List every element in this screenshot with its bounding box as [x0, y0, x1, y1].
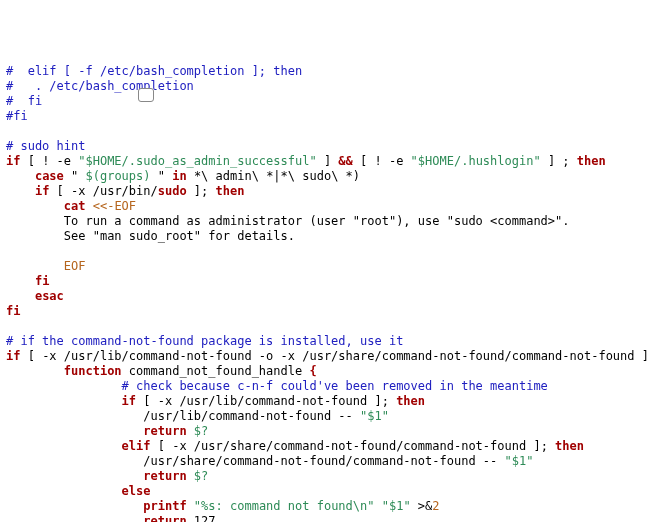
fmt-string: "%s: command not found\n"	[187, 499, 382, 513]
text-cursor-icon	[138, 88, 154, 102]
code-text: [ -x /usr/lib/command-not-found ];	[136, 394, 396, 408]
kw-if: if	[122, 394, 136, 408]
kw-esac: esac	[35, 289, 64, 303]
heredoc-text: To run a command as administrator (user …	[64, 214, 570, 228]
exit-status: $?	[187, 424, 209, 438]
kw-if: if	[6, 154, 20, 168]
code-text: *\ admin\ *|*\ sudo\ *)	[187, 169, 360, 183]
heredoc-text: See "man sudo_root" for details.	[64, 229, 295, 243]
fn-name: command_not_found_handle	[122, 364, 310, 378]
code-text: ];	[187, 184, 216, 198]
redir: >&	[411, 499, 433, 513]
exit-code: 127	[187, 514, 216, 522]
kw-if: if	[35, 184, 49, 198]
code-text: ]	[317, 154, 339, 168]
kw-return: return	[143, 514, 186, 522]
cmd-sudo: sudo	[158, 184, 187, 198]
comment: # check because c-n-f could've been remo…	[122, 379, 548, 393]
code-block: # elif [ -f /etc/bash_completion ]; then…	[6, 64, 645, 522]
comment: # fi	[6, 94, 42, 108]
cmd-printf: printf	[143, 499, 186, 513]
kw-then: then	[396, 394, 425, 408]
code-text: [ -x /usr/bin/	[49, 184, 157, 198]
brace-open: {	[309, 364, 316, 378]
var: "$1"	[360, 409, 389, 423]
kw-return: return	[143, 469, 186, 483]
var: "$HOME/.hushlogin"	[411, 154, 541, 168]
kw-return: return	[143, 424, 186, 438]
kw-fi: fi	[6, 304, 20, 318]
fd-num: 2	[432, 499, 439, 513]
var: "$HOME/.sudo_as_admin_successful"	[78, 154, 316, 168]
heredoc-end: EOF	[64, 259, 86, 273]
kw-case: case	[35, 169, 64, 183]
kw-fi: fi	[35, 274, 49, 288]
comment: #fi	[6, 109, 28, 123]
code-text: "	[64, 169, 86, 183]
exit-status: $?	[187, 469, 209, 483]
var: $(groups)	[86, 169, 151, 183]
code-text: /usr/share/command-not-found/command-not…	[143, 454, 504, 468]
comment: # elif [ -f /etc/bash_completion ]; then	[6, 64, 302, 78]
var: "$1"	[382, 499, 411, 513]
code-text: [ -x /usr/share/command-not-found/comman…	[151, 439, 556, 453]
kw-in: in	[172, 169, 186, 183]
code-text: /usr/lib/command-not-found --	[143, 409, 360, 423]
kw-then: then	[555, 439, 584, 453]
heredoc-start: <<-EOF	[85, 199, 136, 213]
kw-elif: elif	[122, 439, 151, 453]
comment: # . /etc/bash_completion	[6, 79, 194, 93]
comment: # sudo hint	[6, 139, 85, 153]
kw-then: then	[216, 184, 245, 198]
comment: # if the command-not-found package is in…	[6, 334, 403, 348]
kw-then: then	[577, 154, 606, 168]
code-text: "	[151, 169, 173, 183]
code-text: [ -x /usr/lib/command-not-found -o -x /u…	[20, 349, 651, 363]
op-and: &&	[338, 154, 352, 168]
cmd-cat: cat	[64, 199, 86, 213]
code-text: [ ! -e	[353, 154, 411, 168]
kw-if: if	[6, 349, 20, 363]
code-text: [ ! -e	[20, 154, 78, 168]
var: "$1"	[505, 454, 534, 468]
kw-function: function	[64, 364, 122, 378]
kw-else: else	[122, 484, 151, 498]
code-text: ] ;	[541, 154, 577, 168]
